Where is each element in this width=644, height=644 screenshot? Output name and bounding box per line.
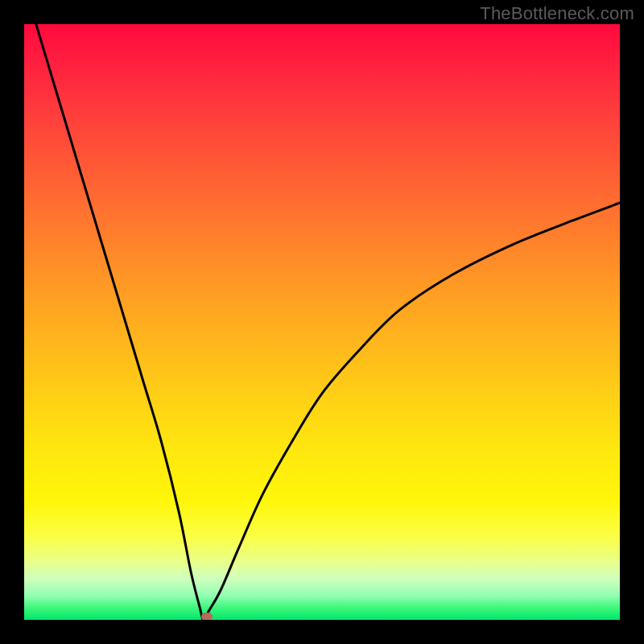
bottleneck-curve-path	[36, 24, 620, 620]
chart-frame: TheBottleneck.com	[0, 0, 644, 644]
optimal-point-marker	[201, 613, 213, 620]
plot-area	[24, 24, 620, 620]
watermark-text: TheBottleneck.com	[480, 3, 634, 24]
curve-svg	[24, 24, 620, 620]
